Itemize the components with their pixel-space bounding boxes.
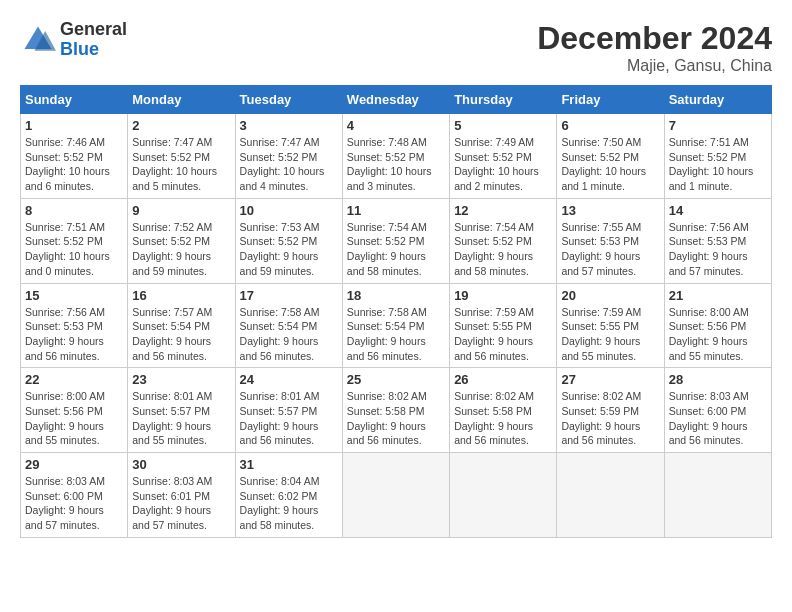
calendar-cell: 6Sunrise: 7:50 AM Sunset: 5:52 PM Daylig… <box>557 114 664 199</box>
calendar-header-monday: Monday <box>128 86 235 114</box>
day-number: 11 <box>347 203 445 218</box>
day-info: Sunrise: 8:02 AM Sunset: 5:59 PM Dayligh… <box>561 389 659 448</box>
day-number: 20 <box>561 288 659 303</box>
day-number: 30 <box>132 457 230 472</box>
calendar-week-5: 29Sunrise: 8:03 AM Sunset: 6:00 PM Dayli… <box>21 453 772 538</box>
calendar-cell: 30Sunrise: 8:03 AM Sunset: 6:01 PM Dayli… <box>128 453 235 538</box>
calendar-cell: 22Sunrise: 8:00 AM Sunset: 5:56 PM Dayli… <box>21 368 128 453</box>
day-info: Sunrise: 7:51 AM Sunset: 5:52 PM Dayligh… <box>25 220 123 279</box>
day-info: Sunrise: 7:58 AM Sunset: 5:54 PM Dayligh… <box>347 305 445 364</box>
day-number: 15 <box>25 288 123 303</box>
day-info: Sunrise: 8:01 AM Sunset: 5:57 PM Dayligh… <box>240 389 338 448</box>
day-number: 3 <box>240 118 338 133</box>
day-info: Sunrise: 8:04 AM Sunset: 6:02 PM Dayligh… <box>240 474 338 533</box>
day-info: Sunrise: 7:46 AM Sunset: 5:52 PM Dayligh… <box>25 135 123 194</box>
calendar-cell: 16Sunrise: 7:57 AM Sunset: 5:54 PM Dayli… <box>128 283 235 368</box>
calendar-week-2: 8Sunrise: 7:51 AM Sunset: 5:52 PM Daylig… <box>21 198 772 283</box>
calendar-cell: 19Sunrise: 7:59 AM Sunset: 5:55 PM Dayli… <box>450 283 557 368</box>
calendar-cell: 8Sunrise: 7:51 AM Sunset: 5:52 PM Daylig… <box>21 198 128 283</box>
calendar-cell: 21Sunrise: 8:00 AM Sunset: 5:56 PM Dayli… <box>664 283 771 368</box>
day-number: 24 <box>240 372 338 387</box>
day-info: Sunrise: 8:00 AM Sunset: 5:56 PM Dayligh… <box>25 389 123 448</box>
calendar-cell: 9Sunrise: 7:52 AM Sunset: 5:52 PM Daylig… <box>128 198 235 283</box>
day-info: Sunrise: 8:03 AM Sunset: 6:00 PM Dayligh… <box>25 474 123 533</box>
calendar-cell: 7Sunrise: 7:51 AM Sunset: 5:52 PM Daylig… <box>664 114 771 199</box>
day-number: 16 <box>132 288 230 303</box>
day-info: Sunrise: 7:51 AM Sunset: 5:52 PM Dayligh… <box>669 135 767 194</box>
day-info: Sunrise: 8:00 AM Sunset: 5:56 PM Dayligh… <box>669 305 767 364</box>
calendar-cell: 14Sunrise: 7:56 AM Sunset: 5:53 PM Dayli… <box>664 198 771 283</box>
day-number: 13 <box>561 203 659 218</box>
day-info: Sunrise: 7:54 AM Sunset: 5:52 PM Dayligh… <box>454 220 552 279</box>
calendar-cell: 13Sunrise: 7:55 AM Sunset: 5:53 PM Dayli… <box>557 198 664 283</box>
day-number: 6 <box>561 118 659 133</box>
day-number: 8 <box>25 203 123 218</box>
day-info: Sunrise: 7:57 AM Sunset: 5:54 PM Dayligh… <box>132 305 230 364</box>
calendar-cell: 5Sunrise: 7:49 AM Sunset: 5:52 PM Daylig… <box>450 114 557 199</box>
calendar-cell: 17Sunrise: 7:58 AM Sunset: 5:54 PM Dayli… <box>235 283 342 368</box>
logo-text: General Blue <box>60 20 127 60</box>
calendar-cell <box>342 453 449 538</box>
calendar-week-3: 15Sunrise: 7:56 AM Sunset: 5:53 PM Dayli… <box>21 283 772 368</box>
calendar-header-wednesday: Wednesday <box>342 86 449 114</box>
calendar-cell: 27Sunrise: 8:02 AM Sunset: 5:59 PM Dayli… <box>557 368 664 453</box>
day-info: Sunrise: 7:59 AM Sunset: 5:55 PM Dayligh… <box>454 305 552 364</box>
calendar-header-friday: Friday <box>557 86 664 114</box>
day-number: 22 <box>25 372 123 387</box>
calendar-week-4: 22Sunrise: 8:00 AM Sunset: 5:56 PM Dayli… <box>21 368 772 453</box>
day-number: 21 <box>669 288 767 303</box>
day-info: Sunrise: 7:54 AM Sunset: 5:52 PM Dayligh… <box>347 220 445 279</box>
day-number: 14 <box>669 203 767 218</box>
logo-general: General <box>60 19 127 39</box>
day-number: 7 <box>669 118 767 133</box>
day-number: 29 <box>25 457 123 472</box>
day-number: 9 <box>132 203 230 218</box>
calendar-cell <box>664 453 771 538</box>
calendar-header-thursday: Thursday <box>450 86 557 114</box>
day-number: 27 <box>561 372 659 387</box>
month-year: December 2024 <box>537 20 772 57</box>
day-info: Sunrise: 7:47 AM Sunset: 5:52 PM Dayligh… <box>132 135 230 194</box>
day-number: 26 <box>454 372 552 387</box>
calendar-cell: 1Sunrise: 7:46 AM Sunset: 5:52 PM Daylig… <box>21 114 128 199</box>
day-number: 4 <box>347 118 445 133</box>
calendar-cell: 28Sunrise: 8:03 AM Sunset: 6:00 PM Dayli… <box>664 368 771 453</box>
calendar-cell: 18Sunrise: 7:58 AM Sunset: 5:54 PM Dayli… <box>342 283 449 368</box>
day-number: 10 <box>240 203 338 218</box>
day-info: Sunrise: 7:56 AM Sunset: 5:53 PM Dayligh… <box>669 220 767 279</box>
day-info: Sunrise: 7:47 AM Sunset: 5:52 PM Dayligh… <box>240 135 338 194</box>
day-info: Sunrise: 7:48 AM Sunset: 5:52 PM Dayligh… <box>347 135 445 194</box>
day-number: 28 <box>669 372 767 387</box>
calendar-cell: 20Sunrise: 7:59 AM Sunset: 5:55 PM Dayli… <box>557 283 664 368</box>
calendar-header-row: SundayMondayTuesdayWednesdayThursdayFrid… <box>21 86 772 114</box>
calendar-cell: 10Sunrise: 7:53 AM Sunset: 5:52 PM Dayli… <box>235 198 342 283</box>
day-info: Sunrise: 8:02 AM Sunset: 5:58 PM Dayligh… <box>454 389 552 448</box>
day-info: Sunrise: 7:52 AM Sunset: 5:52 PM Dayligh… <box>132 220 230 279</box>
calendar-cell: 4Sunrise: 7:48 AM Sunset: 5:52 PM Daylig… <box>342 114 449 199</box>
day-number: 5 <box>454 118 552 133</box>
day-number: 17 <box>240 288 338 303</box>
day-info: Sunrise: 7:50 AM Sunset: 5:52 PM Dayligh… <box>561 135 659 194</box>
day-info: Sunrise: 8:01 AM Sunset: 5:57 PM Dayligh… <box>132 389 230 448</box>
calendar-cell: 15Sunrise: 7:56 AM Sunset: 5:53 PM Dayli… <box>21 283 128 368</box>
location: Majie, Gansu, China <box>537 57 772 75</box>
day-info: Sunrise: 8:02 AM Sunset: 5:58 PM Dayligh… <box>347 389 445 448</box>
day-info: Sunrise: 8:03 AM Sunset: 6:00 PM Dayligh… <box>669 389 767 448</box>
calendar-cell <box>557 453 664 538</box>
logo-blue: Blue <box>60 39 99 59</box>
day-info: Sunrise: 7:59 AM Sunset: 5:55 PM Dayligh… <box>561 305 659 364</box>
header: General Blue December 2024 Majie, Gansu,… <box>20 20 772 75</box>
day-number: 12 <box>454 203 552 218</box>
day-info: Sunrise: 7:55 AM Sunset: 5:53 PM Dayligh… <box>561 220 659 279</box>
calendar: SundayMondayTuesdayWednesdayThursdayFrid… <box>20 85 772 538</box>
day-info: Sunrise: 8:03 AM Sunset: 6:01 PM Dayligh… <box>132 474 230 533</box>
calendar-header-tuesday: Tuesday <box>235 86 342 114</box>
calendar-cell: 23Sunrise: 8:01 AM Sunset: 5:57 PM Dayli… <box>128 368 235 453</box>
day-number: 18 <box>347 288 445 303</box>
day-number: 19 <box>454 288 552 303</box>
calendar-cell: 31Sunrise: 8:04 AM Sunset: 6:02 PM Dayli… <box>235 453 342 538</box>
day-number: 1 <box>25 118 123 133</box>
logo: General Blue <box>20 20 127 60</box>
calendar-week-1: 1Sunrise: 7:46 AM Sunset: 5:52 PM Daylig… <box>21 114 772 199</box>
calendar-cell: 11Sunrise: 7:54 AM Sunset: 5:52 PM Dayli… <box>342 198 449 283</box>
